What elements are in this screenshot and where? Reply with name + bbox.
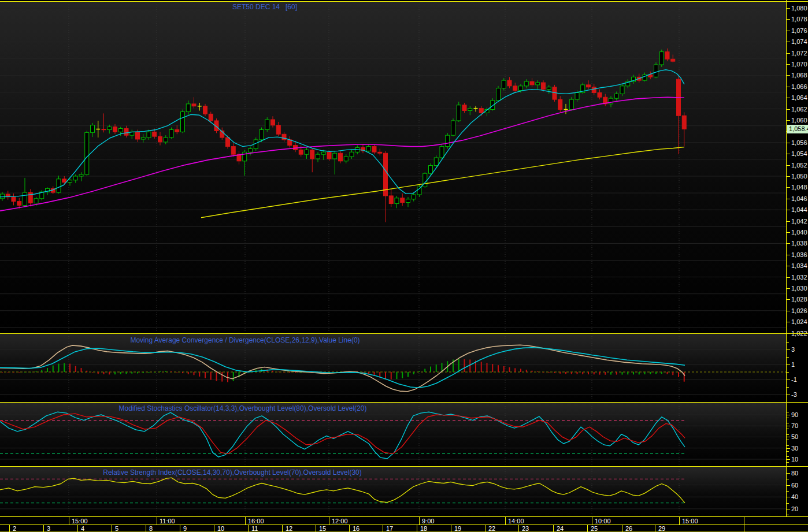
candle-body: [153, 132, 157, 136]
axis-tick: [787, 462, 789, 463]
time-label: 16:00: [248, 518, 264, 524]
main-panel-background: [0, 2, 786, 333]
price-axis-label: 1,046: [791, 195, 807, 202]
axis-tick: [787, 255, 790, 255]
candle-body: [507, 80, 512, 86]
axis-tick: [787, 349, 790, 350]
macd-histogram-bar: [221, 372, 223, 382]
candle-body: [440, 147, 444, 158]
candle-body: [1, 194, 5, 199]
macd-histogram-bar: [639, 372, 640, 374]
macd-histogram-bar: [233, 372, 234, 381]
macd-histogram-bar: [8, 372, 9, 373]
candle-body: [659, 52, 664, 65]
price-axis[interactable]: 1,0801,0781,0761,0741,0721,0701,0681,066…: [786, 0, 808, 517]
macd-histogram-bar: [98, 372, 99, 374]
macd-histogram-bar: [430, 367, 431, 372]
candle-body: [446, 135, 450, 146]
candle-body: [502, 80, 506, 88]
time-tick: [69, 517, 69, 524]
chart-window: SET50 DEC 14 [60] Moving Average Converg…: [0, 0, 808, 532]
candle-body: [339, 153, 343, 161]
candle-body: [575, 92, 579, 99]
macd-histogram-bar: [644, 372, 646, 374]
time-tick: [245, 517, 246, 524]
candle-body: [209, 114, 213, 121]
macd-histogram-bar: [24, 372, 25, 373]
axis-tick: [787, 299, 790, 300]
candle-body: [169, 129, 173, 137]
price-axis-label: 1,048: [791, 184, 807, 191]
interval-label: [60]: [286, 3, 297, 11]
candle-body: [192, 104, 196, 106]
macd-histogram-bar: [86, 371, 87, 372]
macd-histogram-bar: [171, 371, 172, 372]
axis-tick: [787, 437, 790, 437]
candle-body: [592, 87, 596, 93]
macd-histogram-bar: [492, 364, 493, 372]
candle-body: [62, 179, 66, 183]
price-axis-label: 1,038: [791, 240, 807, 247]
macd-histogram-bar: [165, 371, 166, 372]
price-axis-label: 1,034: [791, 262, 807, 269]
stoch-panel-title: Modified Stochastics Oscillator(14,3,3),…: [119, 404, 367, 412]
candle-body: [186, 104, 190, 112]
chart-plot-area[interactable]: [0, 0, 786, 517]
axis-tick: [787, 440, 789, 440]
price-axis-label: 1,042: [791, 218, 807, 225]
macd-histogram-bar: [188, 372, 189, 374]
axis-tick: [787, 342, 789, 343]
candle-body: [496, 88, 501, 101]
axis-tick: [787, 277, 790, 278]
candle-body: [513, 86, 517, 91]
candle-body: [366, 147, 370, 151]
candle-body: [665, 52, 669, 59]
main-macd-divider: [0, 333, 808, 334]
axis-tick: [787, 221, 790, 222]
macd-stoch-divider: [0, 402, 808, 403]
candle-body: [327, 152, 331, 159]
macd-histogram-bar: [216, 372, 217, 381]
candle-body: [434, 158, 438, 166]
macd-histogram-bar: [509, 367, 510, 372]
candle-body: [417, 187, 421, 195]
macd-histogram-bar: [481, 362, 482, 372]
axis-tick: [787, 372, 789, 373]
candle-body: [147, 132, 151, 137]
candle-body: [271, 120, 275, 125]
candle-body: [141, 137, 145, 139]
rsi-axis-label: 20: [791, 505, 798, 512]
candle-body: [542, 83, 546, 90]
axis-tick: [787, 418, 789, 418]
rsi-panel-title: Relative Strength Index(CLOSE,14,30,70),…: [103, 468, 362, 477]
candle-body: [389, 196, 393, 204]
timeaxis-row-divider: [0, 524, 808, 525]
macd-histogram-bar: [2, 372, 3, 373]
axis-tick: [787, 75, 790, 76]
candle-body: [479, 109, 483, 113]
macd-histogram-bar: [582, 372, 583, 374]
axis-tick: [787, 459, 790, 460]
candle-body: [620, 86, 624, 94]
macd-histogram-bar: [92, 372, 93, 373]
price-axis-label: 1,072: [791, 50, 807, 57]
price-axis-label: 1,056: [791, 139, 807, 146]
candle-body: [536, 83, 540, 85]
candle-body: [164, 137, 168, 142]
candle-body: [73, 176, 77, 180]
axis-tick: [787, 87, 790, 87]
axis-tick: [787, 429, 789, 429]
macd-histogram-bar: [610, 372, 611, 375]
axis-tick: [787, 448, 790, 449]
axis-tick: [787, 395, 790, 395]
macd-histogram-bar: [69, 364, 71, 372]
macd-histogram-bar: [622, 372, 623, 375]
stoch-axis-label: 90: [791, 411, 798, 418]
macd-histogram-bar: [588, 372, 589, 374]
axis-tick: [787, 53, 790, 54]
macd-histogram-bar: [424, 369, 425, 372]
macd-histogram-bar: [571, 372, 572, 374]
macd-histogram-bar: [599, 372, 601, 375]
macd-histogram-bar: [396, 372, 398, 379]
candle-body: [12, 197, 16, 202]
